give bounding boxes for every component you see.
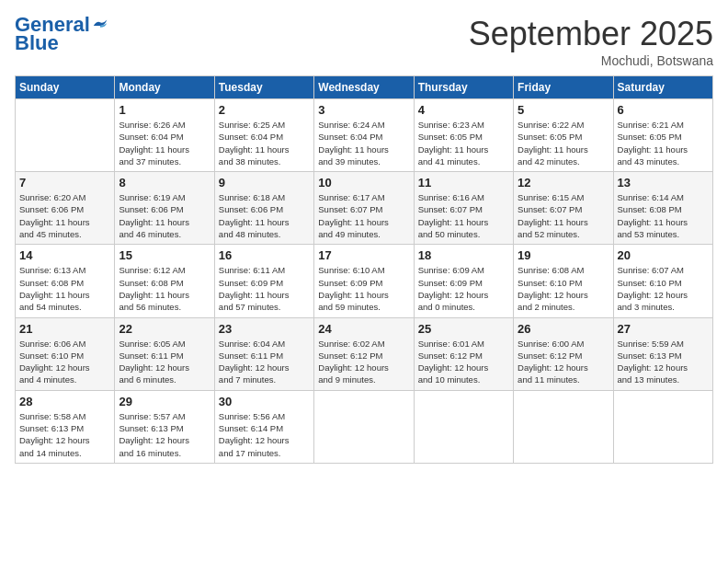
cell-day-number: 28 xyxy=(19,395,110,408)
cell-day-info: Sunrise: 6:25 AM Sunset: 6:04 PM Dayligh… xyxy=(219,119,310,167)
calendar-cell: 17Sunrise: 6:10 AM Sunset: 6:09 PM Dayli… xyxy=(314,245,414,317)
calendar-cell: 9Sunrise: 6:18 AM Sunset: 6:06 PM Daylig… xyxy=(214,172,313,245)
cell-day-number: 23 xyxy=(219,322,310,336)
calendar-cell: 18Sunrise: 6:09 AM Sunset: 6:09 PM Dayli… xyxy=(414,245,513,317)
calendar-week-row: 21Sunrise: 6:06 AM Sunset: 6:10 PM Dayli… xyxy=(16,317,713,390)
cell-day-info: Sunrise: 6:10 AM Sunset: 6:09 PM Dayligh… xyxy=(318,264,409,313)
month-title: September 2025 xyxy=(469,15,713,53)
cell-day-number: 7 xyxy=(19,176,110,190)
cell-day-info: Sunrise: 6:08 AM Sunset: 6:10 PM Dayligh… xyxy=(518,264,609,313)
calendar-cell: 8Sunrise: 6:19 AM Sunset: 6:06 PM Daylig… xyxy=(115,172,214,245)
calendar-cell: 29Sunrise: 5:57 AM Sunset: 6:13 PM Dayli… xyxy=(115,390,214,463)
calendar-cell: 27Sunrise: 5:59 AM Sunset: 6:13 PM Dayli… xyxy=(613,317,712,390)
calendar-cell: 13Sunrise: 6:14 AM Sunset: 6:08 PM Dayli… xyxy=(613,172,712,245)
cell-day-number: 22 xyxy=(119,322,210,336)
cell-day-info: Sunrise: 6:11 AM Sunset: 6:09 PM Dayligh… xyxy=(219,264,310,313)
cell-day-info: Sunrise: 5:59 AM Sunset: 6:13 PM Dayligh… xyxy=(618,338,709,386)
cell-day-number: 19 xyxy=(518,248,609,262)
cell-day-number: 10 xyxy=(318,176,409,190)
cell-day-info: Sunrise: 6:14 AM Sunset: 6:08 PM Dayligh… xyxy=(618,191,709,240)
calendar-week-row: 14Sunrise: 6:13 AM Sunset: 6:08 PM Dayli… xyxy=(16,245,713,317)
header-saturday: Saturday xyxy=(613,76,712,99)
cell-day-info: Sunrise: 6:04 AM Sunset: 6:11 PM Dayligh… xyxy=(219,338,310,386)
cell-day-info: Sunrise: 6:20 AM Sunset: 6:06 PM Dayligh… xyxy=(19,191,110,240)
cell-day-number: 15 xyxy=(119,248,210,262)
cell-day-number: 12 xyxy=(518,176,609,190)
location: Mochudi, Botswana xyxy=(469,53,713,68)
cell-day-info: Sunrise: 5:58 AM Sunset: 6:13 PM Dayligh… xyxy=(19,410,110,459)
cell-day-info: Sunrise: 6:19 AM Sunset: 6:06 PM Dayligh… xyxy=(119,191,210,240)
cell-day-number: 24 xyxy=(318,322,409,336)
calendar-cell: 5Sunrise: 6:22 AM Sunset: 6:05 PM Daylig… xyxy=(514,99,613,172)
cell-day-number: 9 xyxy=(219,176,310,190)
calendar-cell: 15Sunrise: 6:12 AM Sunset: 6:08 PM Dayli… xyxy=(115,245,214,317)
cell-day-number: 8 xyxy=(119,176,210,190)
calendar-cell: 23Sunrise: 6:04 AM Sunset: 6:11 PM Dayli… xyxy=(214,317,313,390)
calendar-cell: 4Sunrise: 6:23 AM Sunset: 6:05 PM Daylig… xyxy=(414,99,513,172)
cell-day-info: Sunrise: 6:18 AM Sunset: 6:06 PM Dayligh… xyxy=(219,191,310,240)
calendar-cell: 19Sunrise: 6:08 AM Sunset: 6:10 PM Dayli… xyxy=(514,245,613,317)
cell-day-number: 21 xyxy=(19,322,110,336)
cell-day-number: 14 xyxy=(19,248,110,262)
cell-day-number: 27 xyxy=(618,322,709,336)
calendar-cell: 25Sunrise: 6:01 AM Sunset: 6:12 PM Dayli… xyxy=(414,317,513,390)
cell-day-info: Sunrise: 6:26 AM Sunset: 6:04 PM Dayligh… xyxy=(119,119,210,167)
calendar-cell: 24Sunrise: 6:02 AM Sunset: 6:12 PM Dayli… xyxy=(314,317,414,390)
cell-day-number: 2 xyxy=(219,103,310,117)
logo-blue: Blue xyxy=(15,31,59,54)
calendar-week-row: 7Sunrise: 6:20 AM Sunset: 6:06 PM Daylig… xyxy=(16,172,713,245)
cell-day-number: 30 xyxy=(219,395,310,408)
calendar-cell: 30Sunrise: 5:56 AM Sunset: 6:14 PM Dayli… xyxy=(214,390,313,463)
cell-day-info: Sunrise: 6:00 AM Sunset: 6:12 PM Dayligh… xyxy=(518,338,609,386)
cell-day-info: Sunrise: 6:06 AM Sunset: 6:10 PM Dayligh… xyxy=(19,338,110,386)
cell-day-number: 3 xyxy=(318,103,409,117)
calendar-cell: 14Sunrise: 6:13 AM Sunset: 6:08 PM Dayli… xyxy=(16,245,115,317)
header-tuesday: Tuesday xyxy=(214,76,313,99)
cell-day-info: Sunrise: 6:17 AM Sunset: 6:07 PM Dayligh… xyxy=(318,191,409,240)
cell-day-number: 18 xyxy=(418,248,509,262)
page-header: General Blue September 2025 Mochudi, Bot… xyxy=(15,15,713,68)
calendar-cell xyxy=(414,390,513,463)
cell-day-info: Sunrise: 5:57 AM Sunset: 6:13 PM Dayligh… xyxy=(119,410,210,459)
cell-day-number: 29 xyxy=(119,395,210,408)
cell-day-info: Sunrise: 6:12 AM Sunset: 6:08 PM Dayligh… xyxy=(119,264,210,313)
cell-day-info: Sunrise: 6:01 AM Sunset: 6:12 PM Dayligh… xyxy=(418,338,509,386)
cell-day-info: Sunrise: 6:15 AM Sunset: 6:07 PM Dayligh… xyxy=(518,191,609,240)
calendar-cell: 22Sunrise: 6:05 AM Sunset: 6:11 PM Dayli… xyxy=(115,317,214,390)
header-monday: Monday xyxy=(115,76,214,99)
title-block: September 2025 Mochudi, Botswana xyxy=(469,15,713,68)
header-thursday: Thursday xyxy=(414,76,513,99)
header-sunday: Sunday xyxy=(16,76,115,99)
header-wednesday: Wednesday xyxy=(314,76,414,99)
cell-day-number: 25 xyxy=(418,322,509,336)
cell-day-info: Sunrise: 5:56 AM Sunset: 6:14 PM Dayligh… xyxy=(219,410,310,459)
cell-day-number: 4 xyxy=(418,103,509,117)
calendar-header-row: SundayMondayTuesdayWednesdayThursdayFrid… xyxy=(16,76,713,99)
calendar-cell: 20Sunrise: 6:07 AM Sunset: 6:10 PM Dayli… xyxy=(613,245,712,317)
calendar-cell xyxy=(613,390,712,463)
calendar-cell xyxy=(514,390,613,463)
calendar-cell: 10Sunrise: 6:17 AM Sunset: 6:07 PM Dayli… xyxy=(314,172,414,245)
calendar-cell: 28Sunrise: 5:58 AM Sunset: 6:13 PM Dayli… xyxy=(16,390,115,463)
cell-day-number: 11 xyxy=(418,176,509,190)
calendar-cell xyxy=(314,390,414,463)
cell-day-number: 1 xyxy=(119,103,210,117)
calendar-week-row: 28Sunrise: 5:58 AM Sunset: 6:13 PM Dayli… xyxy=(16,390,713,463)
cell-day-number: 6 xyxy=(618,103,709,117)
header-friday: Friday xyxy=(514,76,613,99)
cell-day-info: Sunrise: 6:23 AM Sunset: 6:05 PM Dayligh… xyxy=(418,119,509,167)
calendar-cell: 26Sunrise: 6:00 AM Sunset: 6:12 PM Dayli… xyxy=(514,317,613,390)
cell-day-info: Sunrise: 6:13 AM Sunset: 6:08 PM Dayligh… xyxy=(19,264,110,313)
cell-day-info: Sunrise: 6:22 AM Sunset: 6:05 PM Dayligh… xyxy=(518,119,609,167)
cell-day-info: Sunrise: 6:05 AM Sunset: 6:11 PM Dayligh… xyxy=(119,338,210,386)
calendar-cell: 2Sunrise: 6:25 AM Sunset: 6:04 PM Daylig… xyxy=(214,99,313,172)
calendar-cell: 21Sunrise: 6:06 AM Sunset: 6:10 PM Dayli… xyxy=(16,317,115,390)
cell-day-number: 26 xyxy=(518,322,609,336)
calendar-cell: 1Sunrise: 6:26 AM Sunset: 6:04 PM Daylig… xyxy=(115,99,214,172)
logo-bird-icon xyxy=(92,18,108,31)
calendar-week-row: 1Sunrise: 6:26 AM Sunset: 6:04 PM Daylig… xyxy=(16,99,713,172)
cell-day-info: Sunrise: 6:09 AM Sunset: 6:09 PM Dayligh… xyxy=(418,264,509,313)
logo: General Blue xyxy=(15,15,108,53)
calendar-cell: 7Sunrise: 6:20 AM Sunset: 6:06 PM Daylig… xyxy=(16,172,115,245)
cell-day-number: 5 xyxy=(518,103,609,117)
